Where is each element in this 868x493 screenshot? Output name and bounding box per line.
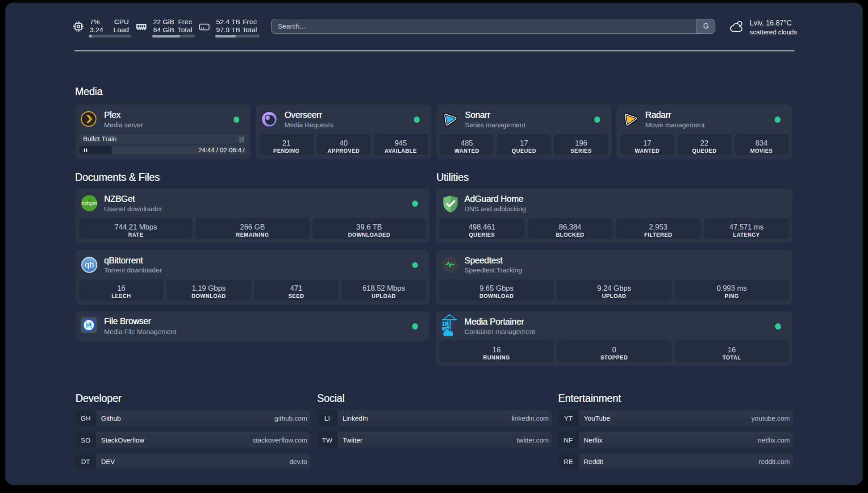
svg-text:qb: qb: [84, 260, 94, 269]
svg-text:nzbget: nzbget: [82, 201, 97, 206]
